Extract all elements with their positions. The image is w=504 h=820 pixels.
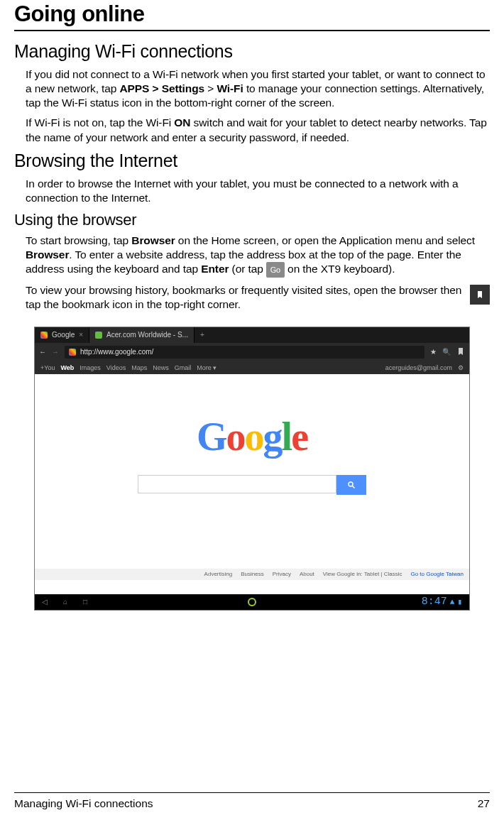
google-logo: Google [197,414,307,459]
bold-text: Browser [131,234,175,246]
bookmarks-icon[interactable] [456,347,465,357]
bold-text: ON [174,116,190,129]
tab-bar: Google × Acer.com Worldwide - S... + [35,327,469,343]
forward-icon[interactable]: → [52,348,59,356]
new-tab-button[interactable]: + [195,327,210,343]
browser-screenshot: Google × Acer.com Worldwide - S... + ← →… [34,327,470,611]
footer-link[interactable]: Go to Google Taiwan [410,571,464,577]
tab-label: Google [52,331,75,339]
browsing-paragraph: In order to browse the Internet with you… [26,177,490,205]
tab-label: Acer.com Worldwide - S... [106,331,188,339]
document-footer: Managing Wi-Fi connections 27 [14,792,490,810]
back-icon[interactable]: ◁ [42,598,48,606]
tab-acer[interactable]: Acer.com Worldwide - S... [89,327,195,343]
using-paragraph-2: To view your browsing history, bookmarks… [26,283,490,312]
gbar-link[interactable]: Gmail [175,364,192,371]
text: on the XT9 keyboard). [285,263,395,275]
url-bar: ← → http://www.google.com/ ★ 🔍 [35,343,469,361]
text: To start browsing, tap [26,234,131,246]
favicon-icon [69,349,76,356]
wifi-paragraph-1: If you did not connect to a Wi-Fi networ… [26,67,490,110]
favicon-icon [40,332,48,339]
using-paragraph-1: To start browsing, tap Browser on the Ho… [26,234,490,278]
close-icon[interactable]: × [79,331,83,339]
back-icon[interactable]: ← [39,348,46,356]
heading-using-browser: Using the browser [14,211,490,229]
go-key-icon: Go [266,262,285,278]
gear-icon[interactable]: ⚙ [458,364,464,371]
clock-text: 8:47 [422,596,447,608]
footer-link[interactable]: About [300,571,314,577]
wifi-icon[interactable]: ▲ [450,598,455,606]
recent-apps-icon[interactable]: □ [83,598,87,606]
footer-link[interactable]: Advertising [204,571,233,577]
heading-browsing: Browsing the Internet [14,151,490,171]
footer-link[interactable]: Privacy [273,571,291,577]
gbar-link[interactable]: Maps [131,364,147,371]
search-icon[interactable]: 🔍 [442,348,451,356]
tab-google[interactable]: Google × [35,327,89,343]
google-bar: +You Web Images Videos Maps News Gmail M… [35,361,469,374]
svg-point-0 [349,482,353,486]
gbar-link[interactable]: News [153,364,169,371]
ring-icon[interactable] [248,598,256,606]
page-content: Google Advertising Business Privacy Abou… [35,374,469,580]
svg-line-1 [353,486,355,488]
system-bar: ◁ ⌂ □ 8:47 ▲ ▮ [35,594,469,610]
bookmark-icon [470,285,490,305]
favicon-icon [95,332,102,339]
gbar-link[interactable]: Images [80,364,101,371]
gbar-link[interactable]: Web [60,364,74,371]
text: on the Home screen, or open the Applicat… [175,234,475,246]
search-input[interactable] [138,475,336,493]
bold-text: Wi-Fi [217,82,243,94]
footer-text: View Google in: Tablet | Classic [323,571,402,577]
search-button[interactable] [336,475,366,495]
text: > [204,82,217,94]
text: If Wi-Fi is not on, tap the Wi-Fi [26,116,174,129]
page-number: 27 [478,797,490,810]
gbar-link[interactable]: +You [40,364,55,371]
star-icon[interactable]: ★ [430,348,437,356]
account-email[interactable]: acerguides@gmail.com [385,364,452,371]
url-input[interactable]: http://www.google.com/ [65,346,424,359]
footer-section-label: Managing Wi-Fi connections [14,797,153,810]
google-footer: Advertising Business Privacy About View … [35,569,469,580]
gbar-link[interactable]: More ▾ [197,364,217,371]
wifi-paragraph-2: If Wi-Fi is not on, tap the Wi-Fi ON swi… [26,116,490,144]
gbar-link[interactable]: Videos [106,364,126,371]
bold-text: Enter [201,263,229,275]
footer-link[interactable]: Business [241,571,263,577]
heading-wifi: Managing Wi-Fi connections [14,41,490,62]
page-title: Going online [14,0,490,31]
bold-text: Browser [26,248,69,261]
battery-icon[interactable]: ▮ [457,597,462,606]
url-text: http://www.google.com/ [80,348,153,356]
text: (or tap [229,263,266,275]
bold-text: APPS > Settings [120,82,205,94]
home-icon[interactable]: ⌂ [63,598,67,606]
